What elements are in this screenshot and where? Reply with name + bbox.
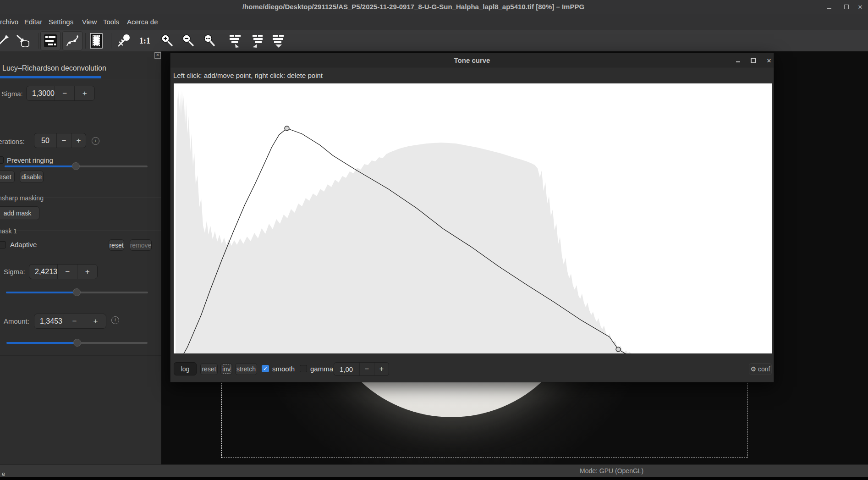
zoom-custom-button[interactable] [201, 33, 217, 49]
tone-curve-canvas[interactable] [174, 83, 772, 353]
configure-button[interactable]: ⚙conf [749, 363, 772, 375]
zoom-100-button[interactable]: 1:1 [137, 33, 153, 49]
menu-archivo[interactable]: Archivo [0, 14, 18, 30]
gamma-increment-button[interactable]: + [374, 363, 389, 375]
sigma-spinbox[interactable]: 1,3000 − + [26, 86, 95, 101]
close-button[interactable]: ✕ [856, 3, 864, 11]
curve-control-point[interactable] [616, 347, 621, 352]
iterations-increment-button[interactable]: + [71, 133, 86, 148]
sigma-value[interactable]: 1,3000 [27, 86, 55, 100]
close-icon: ✕ [858, 4, 863, 11]
toggle-processing-panel-button[interactable] [40, 31, 60, 50]
panel-close-button[interactable]: ✕ [154, 52, 161, 59]
toggle-tone-curve-button[interactable] [62, 31, 82, 50]
iterations-spinbox[interactable]: 50 − + [34, 133, 86, 148]
tone-curve-editor[interactable] [174, 83, 772, 353]
mask-reset-button[interactable]: reset [109, 239, 124, 251]
lr-disable-button[interactable]: disable [20, 171, 44, 183]
mask-sigma-label: Sigma: [4, 268, 25, 276]
toolbar-separator [223, 33, 223, 49]
menu-tools[interactable]: Tools [103, 14, 119, 30]
sigma-increment-button[interactable]: + [74, 86, 94, 100]
curve-control-point[interactable] [285, 126, 289, 131]
maximize-button[interactable] [842, 3, 851, 11]
conf-label: conf [758, 365, 770, 373]
gamma-label[interactable]: gamma [310, 365, 333, 373]
tone-curve-icon [66, 34, 79, 48]
dock-panel-right-button[interactable] [227, 33, 244, 49]
toolbar-separator [111, 33, 111, 49]
tab-active-underline [0, 76, 101, 78]
log-toggle-button[interactable]: log [174, 362, 197, 375]
mask-sigma-decrement-button[interactable]: − [57, 265, 77, 279]
mask-sigma-value[interactable]: 2,4213 [29, 265, 57, 279]
sigma-label: Sigma: [1, 90, 23, 98]
zoom-in-button[interactable] [159, 33, 175, 49]
mask-sigma-slider[interactable] [6, 288, 148, 297]
iterations-decrement-button[interactable]: − [56, 133, 71, 148]
adaptive-label[interactable]: Adaptive [10, 241, 37, 248]
slider-fill [5, 166, 76, 167]
slider-fill [6, 292, 77, 293]
menu-acerca-de[interactable]: Acerca de [127, 14, 158, 30]
dialog-minimize-button[interactable] [734, 57, 742, 64]
status-leftover-text: e [2, 470, 5, 477]
select-whole-image-button[interactable] [88, 33, 104, 49]
stretch-button[interactable]: stretch [235, 363, 257, 375]
bottom-strip [0, 477, 868, 480]
mask-remove-button[interactable]: remove [130, 239, 152, 251]
smooth-checkbox[interactable]: ✓ [262, 365, 269, 372]
dialog-maximize-button[interactable] [750, 57, 757, 64]
amount-value[interactable]: 1,3453 [34, 314, 64, 328]
histogram [176, 90, 632, 353]
zoom-out-button[interactable] [180, 33, 196, 49]
mask-sigma-increment-button[interactable]: + [77, 265, 97, 279]
gamma-checkbox[interactable] [300, 365, 307, 372]
amount-slider[interactable] [6, 338, 148, 347]
menu-settings[interactable]: Settings [49, 14, 73, 30]
minimize-icon [827, 8, 831, 9]
add-mask-button[interactable]: add mask [0, 206, 39, 220]
save-file-button[interactable] [15, 33, 31, 49]
statusbar: Mode: GPU (OpenGL) e [0, 464, 868, 477]
minimize-button[interactable] [825, 3, 833, 11]
menu-editar[interactable]: Editar [24, 14, 42, 30]
adaptive-checkbox[interactable] [0, 241, 6, 248]
mask-sigma-spinbox[interactable]: 2,4213 − + [29, 264, 98, 279]
lr-reset-button[interactable]: reset [0, 171, 15, 183]
prevent-ringing-checkbox[interactable] [0, 156, 4, 164]
gamma-value[interactable]: 1,00 [334, 363, 359, 375]
iterations-value[interactable]: 50 [34, 133, 56, 148]
toolbar-separator [85, 33, 86, 49]
curve-reset-button[interactable]: reset [200, 363, 218, 375]
fit-in-window-button[interactable] [115, 33, 132, 49]
lr-deconvolution-tab[interactable]: Lucy–Richardson deconvolution [2, 64, 106, 72]
smooth-label[interactable]: smooth [272, 365, 295, 373]
amount-info-icon: i [111, 316, 119, 324]
slider-thumb[interactable] [73, 288, 81, 296]
amount-decrement-button[interactable]: − [64, 314, 85, 328]
zoom-out-icon [181, 33, 195, 48]
dock-panel-right-icon [229, 33, 242, 48]
dock-panel-left-button[interactable] [249, 33, 266, 49]
amount-increment-button[interactable]: + [85, 314, 106, 328]
amount-spinbox[interactable]: 1,3453 − + [34, 314, 106, 329]
invert-button[interactable]: inv [220, 363, 232, 375]
toolbar-separator [38, 33, 39, 49]
prevent-ringing-label[interactable]: Prevent ringing [7, 156, 53, 164]
dock-panel-down-icon [272, 33, 286, 48]
close-icon: ✕ [767, 57, 772, 64]
slider-thumb[interactable] [73, 339, 81, 347]
dialog-titlebar[interactable]: Tone curve ✕ [170, 53, 774, 67]
menu-view[interactable]: View [82, 14, 97, 30]
maximize-icon [751, 58, 756, 63]
tone-curve-dialog: Tone curve ✕ Left click: add/move point,… [170, 53, 774, 382]
window-title: /home/diego/Desktop/291125/AS_P5/2025-11… [0, 0, 827, 14]
dock-panel-down-button[interactable] [270, 33, 287, 49]
dialog-close-button[interactable]: ✕ [765, 57, 773, 64]
slider-thumb[interactable] [72, 162, 80, 170]
gamma-decrement-button[interactable]: − [359, 363, 374, 375]
gamma-spinbox[interactable]: 1,00 − + [334, 362, 389, 376]
open-file-button[interactable] [0, 33, 11, 49]
sigma-decrement-button[interactable]: − [55, 86, 75, 100]
